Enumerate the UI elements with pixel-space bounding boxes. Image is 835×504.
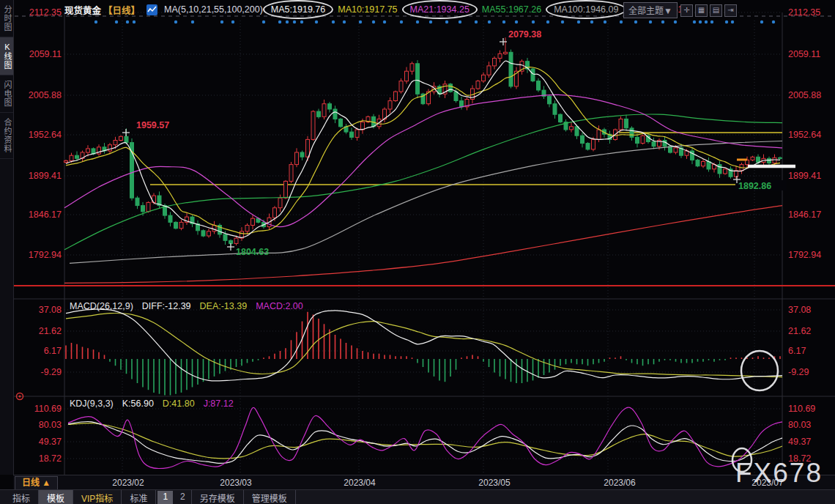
symbol-title: 现货黄金 [64, 3, 101, 17]
month-axis-label: 2023/03 [220, 478, 251, 488]
grid-layout-icon[interactable]: ✛ [680, 4, 693, 17]
ma-value-label: MA55:1967.26 [480, 4, 543, 15]
ma-value-label: MA21:1934.25 [409, 4, 471, 15]
kline-chart-icon[interactable] [146, 4, 157, 15]
macd-value-label: MACD:2.00 [256, 301, 303, 311]
chart-header: 现货黄金 【日线】 MA(5,10,21,55,100,200) MA5:191… [13, 0, 692, 19]
chart-canvas[interactable]: 2079.381959.571804.631892.862112.352112.… [0, 0, 835, 504]
svg-text:37.08: 37.08 [39, 305, 62, 315]
axis-labels: 2112.352112.352059.112059.112005.882005.… [29, 7, 821, 464]
svg-text:2005.88: 2005.88 [29, 90, 62, 100]
svg-text:110.69: 110.69 [788, 404, 815, 414]
bottom-toolbar: 指标模板VIP指标标准12另存模板管理模板 [0, 489, 835, 504]
toolbar-tab[interactable]: VIP指标 [73, 490, 122, 504]
month-axis-label: 2023/05 [478, 478, 510, 488]
period-title: 【日线】 [103, 3, 140, 17]
svg-text:-9.29: -9.29 [788, 367, 809, 377]
kdj-value-label: D:41.80 [163, 399, 195, 409]
svg-text:1952.64: 1952.64 [29, 130, 62, 140]
month-axis-label: 2023/06 [604, 478, 635, 488]
svg-text:2079.38: 2079.38 [508, 29, 541, 40]
sidebar-item-tab[interactable]: 分时图 [0, 0, 13, 37]
svg-text:1899.41: 1899.41 [29, 171, 62, 181]
svg-text:49.37: 49.37 [39, 437, 62, 447]
toolbar-tab[interactable]: 管理模板 [244, 490, 296, 504]
svg-text:6.17: 6.17 [44, 346, 62, 356]
svg-text:1846.17: 1846.17 [788, 210, 821, 220]
header-icon-buttons: ✛▦▤⇥ [680, 4, 737, 17]
svg-text:6.17: 6.17 [788, 346, 806, 356]
svg-text:1952.64: 1952.64 [788, 130, 821, 140]
sidebar-item-active[interactable]: K线图 [0, 37, 13, 75]
svg-text:2112.35: 2112.35 [788, 7, 820, 18]
svg-text:1892.86: 1892.86 [738, 181, 771, 191]
kdj-value-label: K:56.90 [122, 399, 154, 409]
macd-value-label: DEA:-13.39 [200, 301, 248, 311]
scale-axis-icon[interactable]: ▦ [695, 4, 708, 17]
indicator-window-icon[interactable]: ▤ [710, 4, 722, 17]
macd-panel [66, 309, 782, 395]
svg-text:21.62: 21.62 [788, 326, 811, 336]
period-selector-tab[interactable]: 日线 ▲ [15, 476, 58, 490]
toolbar-tab[interactable]: 指标 [4, 490, 39, 504]
theme-dropdown-button[interactable]: 全部主题▼ [623, 2, 678, 18]
month-axis-label: 2023/02 [112, 478, 144, 488]
svg-text:2059.11: 2059.11 [788, 49, 820, 59]
ma-value-label: MA10:1917.75 [336, 4, 398, 15]
fx678-watermark: FX678 [735, 458, 823, 489]
svg-text:1804.63: 1804.63 [236, 247, 269, 257]
toolbar-tab[interactable]: 模板 [39, 490, 73, 504]
macd-value-label: MACD(26,12,9) [70, 301, 133, 311]
collapse-panel-icon[interactable]: ⇥ [724, 4, 737, 17]
svg-text:21.62: 21.62 [39, 326, 62, 336]
toolbar-tab[interactable]: 标准 [122, 490, 156, 504]
kdj-value-label: J:87.12 [204, 399, 234, 409]
month-axis-label: 2023/04 [344, 478, 375, 488]
svg-text:80.03: 80.03 [788, 420, 811, 430]
xaxis-strip: 日线 ▲ 2023/022023/032023/042023/052023/06… [13, 475, 835, 490]
kdj-value-label: KDJ(9,3,3) [70, 399, 114, 409]
svg-text:110.69: 110.69 [34, 404, 62, 414]
toolbar-tab[interactable]: 1 [157, 491, 173, 504]
toolbar-tab[interactable]: 2 [174, 490, 192, 504]
svg-text:37.08: 37.08 [788, 305, 811, 315]
svg-text:18.72: 18.72 [39, 453, 62, 464]
left-sidebar: 分时图K线图闪电图合约资料 [0, 0, 14, 475]
trading-app-window: 分时图K线图闪电图合约资料 现货黄金 【日线】 MA(5,10,21,55,10… [0, 0, 835, 504]
svg-text:-9.29: -9.29 [41, 367, 62, 377]
kdj-panel [68, 407, 782, 468]
svg-text:1899.41: 1899.41 [788, 171, 821, 181]
toolbar-tab[interactable]: 另存模板 [192, 490, 244, 504]
event-dot-markers [94, 21, 775, 23]
kdj-pane-header: KDJ(9,3,3)K:56.90D:41.80J:87.12 [70, 399, 234, 409]
sidebar-item-tab[interactable]: 合约资料 [0, 113, 13, 159]
svg-text:1959.57: 1959.57 [136, 120, 169, 130]
svg-text:49.37: 49.37 [788, 437, 811, 447]
ma-value-label: MA100:1946.09 [552, 4, 620, 15]
svg-text:1792.94: 1792.94 [29, 250, 62, 260]
macd-pane-header: MACD(26,12,9)DIFF:-12.39DEA:-13.39MACD:2… [70, 301, 303, 311]
sidebar-item-tab[interactable]: 闪电图 [0, 75, 13, 113]
svg-text:1792.94: 1792.94 [788, 250, 821, 260]
ma-config-label: MA(5,10,21,55,100,200) [164, 4, 263, 15]
header-controls: 全部主题▼ ✛▦▤⇥ [623, 2, 737, 18]
macd-value-label: DIFF:-12.39 [142, 301, 191, 311]
svg-text:2005.88: 2005.88 [788, 90, 821, 100]
ma-value-label: MA5:1919.76 [270, 4, 327, 15]
svg-text:2059.11: 2059.11 [29, 49, 62, 59]
svg-text:80.03: 80.03 [39, 420, 62, 430]
svg-text:1846.17: 1846.17 [29, 210, 62, 220]
